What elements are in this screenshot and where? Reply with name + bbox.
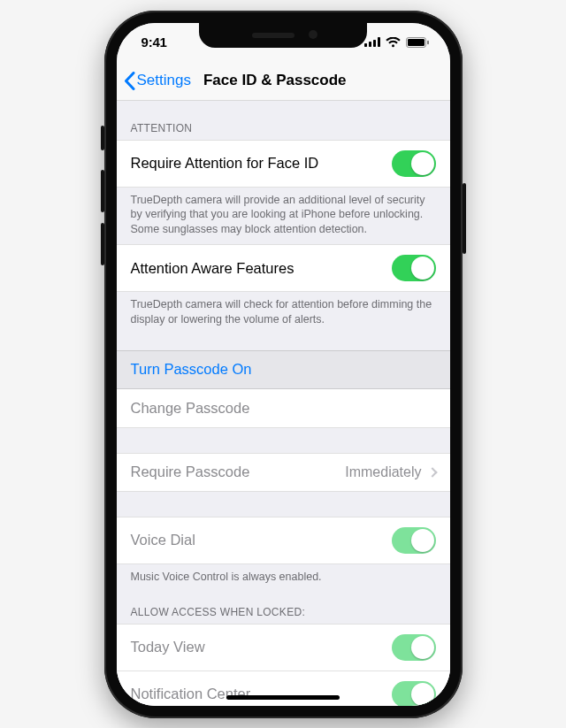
nav-bar: Settings Face ID & Passcode bbox=[117, 62, 450, 101]
page-title: Face ID & Passcode bbox=[203, 72, 347, 89]
back-button[interactable]: Settings bbox=[117, 72, 191, 90]
row-today-view[interactable]: Today View bbox=[117, 624, 450, 671]
chevron-right-icon bbox=[427, 467, 437, 477]
row-require-passcode[interactable]: Require Passcode Immediately bbox=[117, 453, 450, 492]
row-change-passcode[interactable]: Change Passcode bbox=[117, 389, 450, 428]
screen: 9:41 bbox=[117, 23, 450, 706]
battery-icon bbox=[406, 37, 429, 48]
row-voice-dial[interactable]: Voice Dial bbox=[117, 517, 450, 564]
row-notification-center[interactable]: Notification Center bbox=[117, 671, 450, 706]
toggle-voice-dial[interactable] bbox=[392, 527, 436, 554]
wifi-icon bbox=[386, 37, 401, 48]
row-require-attention[interactable]: Require Attention for Face ID bbox=[117, 140, 450, 188]
footer-voice-dial: Music Voice Control is always enabled. bbox=[117, 564, 450, 592]
row-label: Today View bbox=[131, 639, 205, 655]
cellular-icon bbox=[364, 37, 380, 47]
row-label: Attention Aware Features bbox=[131, 260, 294, 277]
toggle-require-attention[interactable] bbox=[392, 150, 436, 177]
section-header-allow-access: Allow Access When Locked: bbox=[117, 592, 450, 624]
svg-rect-0 bbox=[364, 43, 367, 47]
home-indicator bbox=[226, 695, 340, 700]
row-value: Immediately bbox=[345, 464, 435, 480]
row-label: Turn Passcode On bbox=[131, 361, 252, 378]
section-header-attention: Attention bbox=[117, 101, 450, 140]
side-button bbox=[463, 183, 466, 254]
row-label: Change Passcode bbox=[131, 400, 250, 417]
content: Attention Require Attention for Face ID … bbox=[117, 101, 450, 706]
volume-up bbox=[101, 170, 104, 212]
svg-rect-1 bbox=[369, 42, 371, 47]
svg-rect-3 bbox=[378, 37, 380, 47]
require-passcode-value: Immediately bbox=[345, 464, 421, 480]
row-label: Voice Dial bbox=[131, 532, 195, 548]
status-right bbox=[364, 37, 429, 48]
row-label: Require Attention for Face ID bbox=[131, 155, 319, 172]
row-label: Require Passcode bbox=[131, 464, 250, 480]
device-frame: 9:41 bbox=[104, 11, 463, 718]
row-attention-aware[interactable]: Attention Aware Features bbox=[117, 244, 450, 292]
volume-down bbox=[101, 223, 104, 265]
chevron-left-icon bbox=[124, 72, 135, 90]
toggle-attention-aware[interactable] bbox=[392, 255, 436, 281]
status-time: 9:41 bbox=[142, 34, 167, 50]
svg-rect-6 bbox=[427, 40, 429, 43]
back-label: Settings bbox=[137, 72, 191, 89]
svg-rect-2 bbox=[373, 40, 376, 47]
svg-rect-5 bbox=[408, 39, 424, 46]
toggle-today-view[interactable] bbox=[392, 634, 436, 661]
mute-switch bbox=[101, 126, 104, 150]
row-turn-passcode-on[interactable]: Turn Passcode On bbox=[117, 350, 450, 389]
toggle-notification-center[interactable] bbox=[392, 681, 436, 706]
footer-require-attention: TrueDepth camera will provide an additio… bbox=[117, 188, 450, 245]
footer-attention-aware: TrueDepth camera will check for attentio… bbox=[117, 292, 450, 334]
notch bbox=[199, 23, 367, 48]
